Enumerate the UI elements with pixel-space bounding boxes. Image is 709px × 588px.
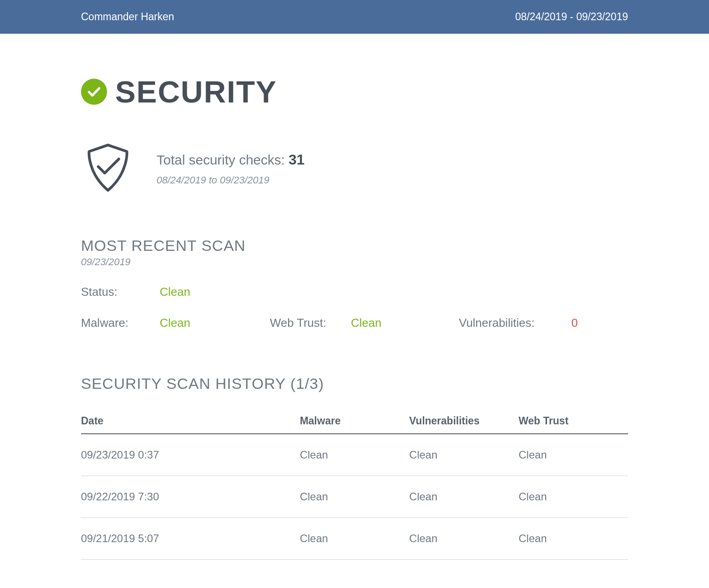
metrics-row: Malware: Clean Web Trust: Clean Vulnerab… xyxy=(81,316,628,330)
recent-scan-heading: MOST RECENT SCAN xyxy=(81,237,628,254)
status-label: Status: xyxy=(81,285,160,299)
summary-section: Total security checks: 31 08/24/2019 to … xyxy=(81,141,628,196)
header-bar: Commander Harken 08/24/2019 - 09/23/2019 xyxy=(0,0,709,34)
shield-check-icon xyxy=(81,141,135,196)
malware-label: Malware: xyxy=(81,316,128,330)
cell-malware: Clean xyxy=(300,476,409,518)
cell-malware: Clean xyxy=(300,434,409,476)
cell-malware: Clean xyxy=(300,518,409,560)
page-title: SECURITY xyxy=(115,74,277,109)
summary-text: Total security checks: 31 08/24/2019 to … xyxy=(157,151,305,186)
cell-date: 09/23/2019 0:37 xyxy=(81,434,300,476)
cell-vulnerabilities: Clean xyxy=(409,476,519,518)
cell-webtrust: Clean xyxy=(519,476,628,518)
cell-vulnerabilities: Clean xyxy=(409,434,519,476)
webtrust-value-group: Clean xyxy=(351,316,459,330)
webtrust-value: Clean xyxy=(351,316,381,330)
history-heading: SECURITY SCAN HISTORY (1/3) xyxy=(81,375,628,392)
col-header-webtrust: Web Trust xyxy=(519,415,628,434)
checks-label: Total security checks: xyxy=(157,152,288,167)
recent-scan-date: 09/23/2019 xyxy=(81,256,628,268)
vuln-label: Vulnerabilities: xyxy=(459,316,534,330)
history-table-header-row: Date Malware Vulnerabilities Web Trust xyxy=(81,415,628,434)
malware-value-group: Clean xyxy=(160,316,270,330)
summary-date-range: 08/24/2019 to 09/23/2019 xyxy=(157,174,305,186)
check-circle-icon xyxy=(81,79,107,105)
status-row: Status: Clean xyxy=(81,285,628,299)
cell-webtrust: Clean xyxy=(519,434,628,476)
history-table: Date Malware Vulnerabilities Web Trust 0… xyxy=(81,415,628,560)
cell-webtrust: Clean xyxy=(519,518,628,560)
cell-date: 09/22/2019 7:30 xyxy=(81,476,300,518)
total-checks-line: Total security checks: 31 xyxy=(157,151,305,168)
webtrust-metric: Web Trust: xyxy=(270,316,351,330)
table-row: 09/23/2019 0:37 Clean Clean Clean xyxy=(81,434,628,476)
webtrust-label: Web Trust: xyxy=(270,316,326,330)
vuln-metric: Vulnerabilities: xyxy=(459,316,571,330)
cell-vulnerabilities: Clean xyxy=(409,518,519,560)
title-section: SECURITY xyxy=(81,74,628,109)
table-row: 09/22/2019 7:30 Clean Clean Clean xyxy=(81,476,628,518)
col-header-date: Date xyxy=(81,415,300,434)
table-row: 09/21/2019 5:07 Clean Clean Clean xyxy=(81,518,628,560)
malware-metric: Malware: xyxy=(81,316,160,330)
col-header-vulnerabilities: Vulnerabilities xyxy=(409,415,519,434)
vuln-value-group: 0 xyxy=(571,316,578,330)
user-name: Commander Harken xyxy=(0,11,174,23)
col-header-malware: Malware xyxy=(300,415,409,434)
malware-value: Clean xyxy=(160,316,190,330)
cell-date: 09/21/2019 5:07 xyxy=(81,518,300,560)
header-date-range: 08/24/2019 - 09/23/2019 xyxy=(515,11,709,23)
checks-count: 31 xyxy=(288,151,305,168)
status-value: Clean xyxy=(160,285,190,299)
vuln-value: 0 xyxy=(571,316,578,330)
main-content: SECURITY Total security checks: 31 08/24… xyxy=(0,74,709,560)
